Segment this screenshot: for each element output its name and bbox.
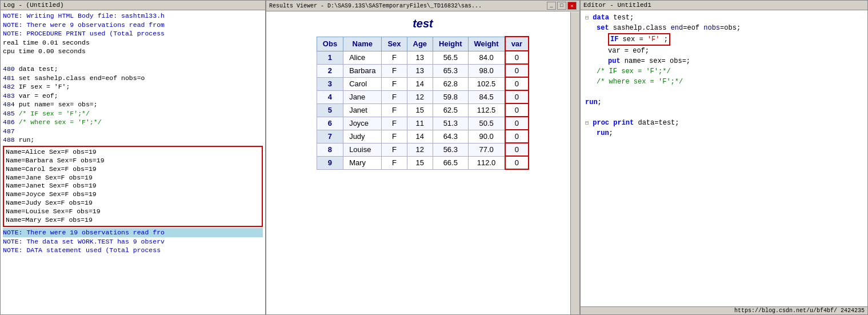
editor-title: Editor - Untitled1 — [583, 2, 651, 9]
kw-run-1: run — [585, 98, 598, 106]
cell-obs: 8 — [317, 143, 343, 156]
cell-age: 14 — [407, 130, 433, 143]
cell-name: Joyce — [343, 117, 382, 130]
kw-put: put — [608, 57, 621, 65]
log-code-488: 488 run; — [3, 135, 263, 145]
cell-name: Jane — [343, 90, 382, 103]
cell-obs: 3 — [317, 77, 343, 90]
collapse-icon-1: ⊟ — [585, 15, 589, 21]
cell-age: 13 — [407, 51, 433, 64]
cell-height: 66.5 — [433, 156, 468, 169]
kw-run-2: run — [597, 129, 609, 137]
table-row: 3CarolF1462.8102.50 — [317, 77, 529, 90]
table-row: 4JaneF1259.884.50 — [317, 90, 529, 103]
editor-line-3: IF sex = 'F' ; — [585, 33, 863, 46]
titlebar-controls: _ □ ✕ — [547, 2, 577, 10]
cell-age: 14 — [407, 77, 433, 90]
cell-name: Janet — [343, 103, 382, 117]
log-code-480: 480 data test; — [3, 65, 263, 74]
cell-age: 12 — [407, 143, 433, 156]
cell-weight: 84.0 — [468, 51, 505, 64]
cell-obs: 2 — [317, 64, 343, 77]
cell-sex: F — [382, 90, 407, 103]
cell-height: 59.8 — [433, 90, 468, 103]
status-bar: https://blog.csdn.net/u/bf4bf/ 2424235 — [581, 306, 867, 314]
minimize-button[interactable]: _ — [547, 2, 556, 10]
col-header-height: Height — [433, 37, 468, 51]
col-header-name: Name — [343, 37, 382, 51]
log-title: Log - (Untitled) — [3, 2, 64, 9]
table-row: 1AliceF1356.584.00 — [317, 51, 529, 64]
log-bottom-note-1: NOTE: There were 19 observations read fr… — [3, 228, 263, 237]
log-output-line-2: Name=Barbara Sex=F obs=19 — [6, 157, 260, 165]
kw-proc: proc — [593, 119, 609, 127]
log-code-485: 485 /* IF sex = 'F';*/ — [3, 109, 263, 118]
cell-sex: F — [382, 117, 407, 130]
cell-name: Louise — [343, 143, 382, 156]
kw-print: print — [613, 119, 634, 127]
maximize-button[interactable]: □ — [557, 2, 566, 10]
log-code-481: 481 set sashelp.class end=eof nobs=o — [3, 74, 263, 83]
cell-weight: 102.5 — [468, 77, 505, 90]
cell-var: 0 — [505, 51, 529, 64]
collapse-icon-2: ⊟ — [585, 120, 589, 126]
cell-height: 62.5 — [433, 103, 468, 117]
cell-weight: 112.0 — [468, 156, 505, 169]
table-header-row: Obs Name Sex Age Height Weight var — [317, 37, 529, 51]
editor-line-8: run; — [585, 97, 863, 107]
results-titlebar: Results Viewer - D:\SAS9.13S\SASTemporar… — [266, 1, 579, 11]
cell-obs: 9 — [317, 156, 343, 169]
editor-content[interactable]: ⊟ data test; set sashelp.class end=eof n… — [581, 10, 867, 306]
col-header-age: Age — [407, 37, 433, 51]
editor-line-10: run; — [585, 128, 863, 138]
log-bottom-note-3: NOTE: DATA statement used (Total process — [3, 246, 263, 255]
results-tbody: 1AliceF1356.584.002BarbaraF1365.398.003C… — [317, 51, 529, 169]
cell-var: 0 — [505, 143, 529, 156]
cell-var: 0 — [505, 90, 529, 103]
log-output-box: Name=Alice Sex=F obs=19 Name=Barbara Sex… — [3, 146, 263, 227]
cell-sex: F — [382, 156, 407, 169]
cell-height: 65.3 — [433, 64, 468, 77]
cell-age: 13 — [407, 64, 433, 77]
editor-line-6: /* IF sex = 'F';*/ — [585, 66, 863, 77]
log-note-1: NOTE: Writing HTML Body file: sashtml33.… — [3, 11, 263, 21]
cell-obs: 5 — [317, 103, 343, 117]
editor-titlebar: Editor - Untitled1 — [581, 1, 867, 10]
cell-var: 0 — [505, 117, 529, 130]
results-table-title: test — [413, 17, 433, 30]
cell-age: 15 — [407, 156, 433, 169]
cell-var: 0 — [505, 103, 529, 117]
log-output-line-8: Name=Louise Sex=F obs=19 — [6, 208, 260, 216]
cell-sex: F — [382, 51, 407, 64]
cell-height: 64.3 — [433, 130, 468, 143]
table-row: 6JoyceF1151.350.50 — [317, 117, 529, 130]
log-titlebar: Log - (Untitled) — [1, 1, 265, 10]
log-output-line-6: Name=Joyce Sex=F obs=19 — [6, 190, 260, 199]
close-button[interactable]: ✕ — [567, 2, 577, 10]
results-scrollbar[interactable] — [570, 12, 579, 314]
log-content: NOTE: Writing HTML Body file: sashtml33.… — [1, 10, 265, 314]
kw-set: set — [597, 24, 609, 32]
table-row: 9MaryF1566.5112.00 — [317, 156, 529, 169]
cell-weight: 90.0 — [468, 130, 505, 143]
kw-data: data — [593, 14, 609, 22]
cell-weight: 77.0 — [468, 143, 505, 156]
log-output-line-9: Name=Mary Sex=F obs=19 — [6, 216, 260, 225]
editor-line-7: /* where sex = 'F';*/ — [585, 77, 863, 87]
log-code-483: 483 var = eof; — [3, 91, 263, 101]
log-note-3: NOTE: PROCEDURE PRINT used (Total proces… — [3, 29, 263, 38]
cell-weight: 84.5 — [468, 90, 505, 103]
cell-height: 56.3 — [433, 143, 468, 156]
results-title: Results Viewer - D:\SAS9.13S\SASTemporar… — [269, 3, 482, 9]
log-code-487: 487 — [3, 127, 263, 136]
results-table: Obs Name Sex Age Height Weight var 1Alic… — [317, 36, 529, 170]
editor-line-1: ⊟ data test; — [585, 13, 863, 23]
log-output-line-1: Name=Alice Sex=F obs=19 — [6, 148, 260, 157]
cell-height: 62.8 — [433, 77, 468, 90]
editor-line-2: set sashelp.class end=eof nobs=obs; — [585, 23, 863, 33]
log-output-line-7: Name=Judy Sex=F obs=19 — [6, 199, 260, 208]
cell-height: 56.5 — [433, 51, 468, 64]
log-panel: Log - (Untitled) NOTE: Writing HTML Body… — [0, 0, 266, 315]
cell-age: 12 — [407, 90, 433, 103]
cell-obs: 4 — [317, 90, 343, 103]
